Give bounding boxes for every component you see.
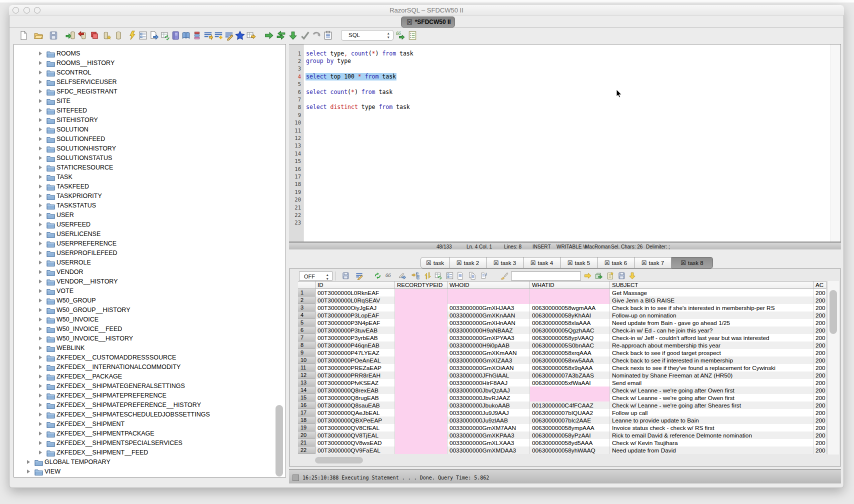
disclosure-triangle-icon[interactable] (39, 222, 42, 226)
brush-icon[interactable] (500, 272, 508, 280)
disclosure-triangle-icon[interactable] (39, 146, 42, 150)
table-cell[interactable]: 200 (814, 326, 826, 334)
table-cell[interactable]: 006300000058x9qAAA (530, 364, 610, 372)
table-cell[interactable] (395, 424, 448, 432)
book-icon[interactable] (181, 30, 191, 40)
table-cell[interactable]: 0033000000GmXKmAAN (448, 349, 530, 356)
table-cell[interactable]: Invoice status check - check w/ RS first (610, 424, 814, 432)
table-cell[interactable]: Check nexis to see if they've found a re… (610, 364, 814, 372)
save-icon[interactable] (48, 30, 58, 40)
disclosure-triangle-icon[interactable] (39, 194, 42, 198)
table-cell[interactable] (395, 416, 448, 424)
table-cell[interactable]: 200 (814, 402, 826, 409)
notebook-icon[interactable] (170, 30, 180, 40)
table-cell[interactable] (395, 439, 448, 446)
tree-item-sitefeed[interactable]: SITEFEED (14, 106, 286, 116)
table-cell[interactable]: Leanne to provide update to Bain (610, 416, 814, 424)
table-cell[interactable]: 0033000000JbukoAAB (448, 402, 530, 409)
tree-item-taskfeed[interactable]: TASKFEED (14, 182, 286, 192)
table-cell[interactable] (395, 312, 448, 319)
table-cell[interactable] (395, 386, 448, 394)
table-cell[interactable]: 00T3000000QV8TjEAL (316, 432, 395, 439)
table-cell[interactable]: 0033000000GmXOiAAN (448, 364, 530, 372)
table-cell[interactable]: 200 (814, 386, 826, 394)
table-cell[interactable]: 00T3000000P46qnEAB (316, 342, 395, 349)
column-header-ac[interactable]: AC (814, 281, 826, 289)
table-cell[interactable]: Check w/ Leanne - we're going after Shea… (610, 402, 814, 409)
list-green-icon[interactable] (408, 30, 418, 40)
table-refresh-icon[interactable] (434, 272, 442, 280)
table-cell[interactable]: Check back in to see if she's interested… (610, 304, 814, 312)
disclosure-triangle-icon[interactable] (39, 175, 42, 179)
disclosure-triangle-icon[interactable] (39, 365, 42, 369)
table-cell[interactable] (395, 379, 448, 386)
checklist-icon[interactable] (138, 30, 148, 40)
disclosure-triangle-icon[interactable] (39, 346, 42, 350)
table-cell[interactable]: 006300000058xw5AAA (530, 356, 610, 364)
tree-item-weblink[interactable]: WEBLINK (14, 344, 286, 353)
table-cell[interactable]: 0033000000GmXKnAAN (448, 312, 530, 319)
disclosure-triangle-icon[interactable] (39, 270, 42, 274)
table-cell[interactable]: 200 (814, 289, 826, 296)
disclosure-triangle-icon[interactable] (39, 280, 42, 284)
table-cell[interactable]: 200 (814, 356, 826, 364)
tree-item-w50-invoice-feed[interactable]: W50_INVOICE__FEED (14, 324, 286, 334)
close-tab-icon[interactable]: ☒ (680, 260, 686, 266)
table-cell[interactable]: 0033000000GmXMDAA3 (448, 446, 530, 454)
table-cell[interactable] (395, 334, 448, 342)
disclosure-triangle-icon[interactable] (39, 327, 42, 331)
tree-scrollbar-thumb[interactable] (276, 405, 283, 476)
table-cell[interactable]: 0033000000GmXPYAA3 (448, 334, 530, 342)
table-cell[interactable]: 00630000007bIc2AAE (530, 416, 610, 424)
table-cell[interactable] (395, 402, 448, 409)
table-cell[interactable]: 006300000058xrqAAA (530, 349, 610, 356)
disclosure-triangle-icon[interactable] (39, 61, 42, 65)
refresh-green-icon[interactable] (374, 272, 382, 280)
disclosure-triangle-icon[interactable] (39, 298, 42, 302)
check-icon[interactable] (300, 30, 310, 40)
tree-item-solutionstatus[interactable]: SOLUTIONSTATUS (14, 154, 286, 163)
table-cell[interactable]: 00T3000000QAeJbEAL (316, 409, 395, 416)
disclosure-triangle-icon[interactable] (39, 450, 42, 454)
table-cell[interactable]: 006300000058yhWAAQ (530, 446, 610, 454)
disclosure-triangle-icon[interactable] (39, 308, 42, 312)
table-cell[interactable]: 200 (814, 416, 826, 424)
table-cell[interactable]: 00T3000000L0RqSEAV (316, 296, 395, 304)
statement-type-select[interactable]: SQL ▲▼ (341, 30, 394, 40)
disclosure-triangle-icon[interactable] (39, 184, 42, 188)
table-cell[interactable]: 00T3000000L0RknEAF (316, 289, 395, 296)
table-cell[interactable]: 0033000000Ju9zlAAB (448, 416, 530, 424)
disclosure-triangle-icon[interactable] (39, 289, 42, 293)
results-vertical-scrollbar-thumb[interactable] (830, 290, 837, 334)
row-number-header[interactable] (298, 281, 316, 289)
close-tab-icon[interactable]: ☒ (426, 260, 432, 266)
table-cell[interactable]: 00T3000000PREZaEAP (316, 364, 395, 372)
column-header-id[interactable]: ID (316, 281, 395, 289)
close-tab-icon[interactable]: ☒ (456, 260, 462, 266)
disclosure-triangle-icon[interactable] (39, 108, 42, 112)
disclosure-triangle-icon[interactable] (39, 128, 42, 132)
tree-item-zkfedex-shipmatescheduledjobssettings[interactable]: ZKFEDEX__SHIPMATESCHEDULEDJOBSSETTINGS (14, 410, 286, 420)
arrow-down-icon[interactable] (288, 30, 298, 40)
go-arrow-icon[interactable] (584, 272, 592, 280)
tree-export-icon[interactable] (412, 272, 420, 280)
column-header-subject[interactable]: SUBJECT (610, 281, 814, 289)
disclosure-triangle-icon[interactable] (39, 156, 42, 160)
table-cell[interactable] (395, 289, 448, 296)
table-cell[interactable] (395, 349, 448, 356)
disclosure-triangle-icon[interactable] (39, 242, 42, 246)
disclosure-triangle-icon[interactable] (39, 384, 42, 388)
table-cell[interactable]: 0033000000GmXIZAA3 (448, 356, 530, 364)
table-cell[interactable]: 0033000000GmXHJAA3 (448, 304, 530, 312)
tree-item-userpreference[interactable]: USERPREFERENCE (14, 239, 286, 248)
tree-item-userprofilefeed[interactable]: USERPROFILEFEED (14, 248, 286, 258)
result-tab-task-4[interactable]: ☒task 4 (524, 257, 560, 268)
tree-item-userfeed[interactable]: USERFEED (14, 220, 286, 230)
table-cell[interactable]: Check back to see if good target prospec… (610, 349, 814, 356)
table-cell[interactable]: 200 (814, 296, 826, 304)
new-document-icon[interactable] (18, 30, 28, 40)
disclosure-triangle-icon[interactable] (39, 137, 42, 141)
table-cell[interactable]: 0033000000JbvQzAAJ (448, 386, 530, 394)
table-cell[interactable]: Follow-up on nomination (610, 312, 814, 319)
disclosure-triangle-icon[interactable] (39, 166, 42, 170)
